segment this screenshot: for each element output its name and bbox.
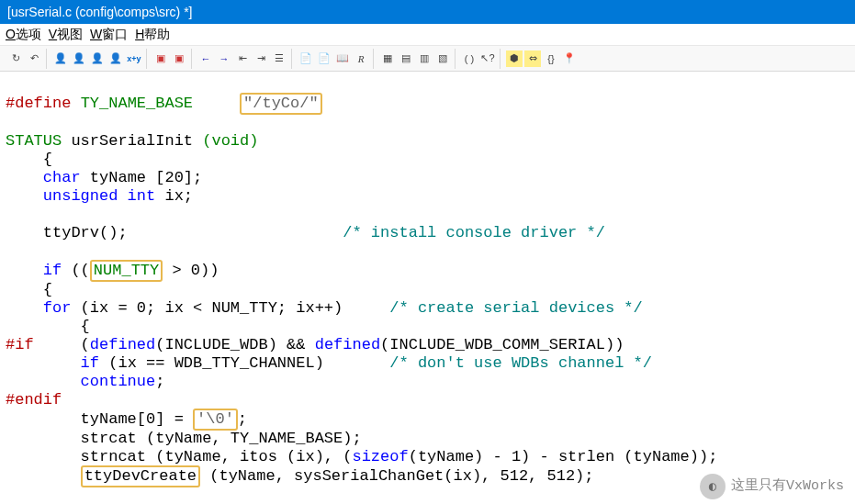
- script-icon[interactable]: R: [353, 50, 369, 67]
- l20-b: (tyName) - 1) - strlen (tyName));: [409, 448, 718, 465]
- l8-call: ttyDrv();: [6, 224, 128, 241]
- l15-cmt: /* don't use WDBs channel */: [389, 354, 652, 372]
- l11: {: [6, 281, 52, 298]
- find-person-icon[interactable]: 👤: [52, 50, 69, 67]
- find-all-icon[interactable]: 👤: [107, 50, 124, 67]
- arrow-right-icon[interactable]: →: [216, 50, 232, 67]
- l1-name: TY_NAME_BASE: [81, 95, 193, 112]
- l16-cont: continue: [6, 373, 155, 390]
- l4: {: [6, 151, 52, 168]
- menu-view[interactable]: V视图: [49, 27, 83, 43]
- l14-amp: &&: [277, 336, 315, 353]
- tile2-icon[interactable]: ▤: [398, 50, 414, 67]
- l12-body: (ix = 0; ix < NUM_TTY; ix++): [71, 299, 343, 317]
- tile3-icon[interactable]: ▥: [416, 50, 433, 67]
- tb-group-bookmark: ▣ ▣: [149, 49, 192, 69]
- tile4-icon[interactable]: ▧: [434, 50, 451, 67]
- l6-uint: unsigned int: [6, 187, 155, 205]
- doc1-icon[interactable]: 📄: [298, 50, 314, 67]
- doc2-icon[interactable]: 📄: [316, 50, 332, 67]
- toolbar: ↻ ↶ 👤 👤 👤 👤 x+y ▣ ▣ ← → ⇤ ⇥ ☰ 📄 📄 📖 R ▦ …: [0, 46, 855, 72]
- l14-a1: (INCLUDE_WDB): [155, 336, 277, 353]
- l20-a: strncat (tyName, itos (ix), (: [6, 448, 352, 465]
- l14-a2: (INCLUDE_WDB_COMM_SERIAL)): [380, 336, 624, 353]
- bookmark-prev-icon[interactable]: ▣: [152, 50, 169, 67]
- paren-icon[interactable]: ( ): [461, 50, 478, 67]
- location-icon[interactable]: 📍: [561, 50, 578, 67]
- tb-group-history: ↻ ↶: [4, 49, 47, 69]
- tb-group-nav: ← → ⇤ ⇥ ☰: [194, 49, 292, 69]
- menu-help-label: 帮助: [144, 27, 170, 41]
- hex-icon[interactable]: ⬢: [506, 50, 523, 67]
- l12-cmt: /* create serial devices */: [389, 299, 642, 317]
- tb-group-docs: 📄 📄 📖 R: [294, 49, 374, 69]
- watermark: ◐ 这里只有VxWorks: [700, 474, 844, 499]
- regex-icon[interactable]: x+y: [126, 50, 142, 67]
- l8-cmt: /* install console driver */: [343, 224, 605, 241]
- outdent-icon[interactable]: ⇤: [234, 50, 251, 67]
- l18-semi: ;: [238, 410, 247, 428]
- l12-for: for: [6, 299, 71, 317]
- l14-d2: defined: [315, 336, 380, 353]
- l3-type: STATUS: [6, 132, 62, 150]
- l21-call: ttyDevCreate: [84, 467, 197, 485]
- wechat-icon: ◐: [700, 474, 726, 499]
- tb-group-mode: ⬢ ⇔ {} 📍: [502, 49, 581, 69]
- l14-d1: defined: [90, 336, 155, 353]
- tb-group-misc: ( ) ↖?: [457, 49, 501, 69]
- reload-icon[interactable]: ↻: [7, 50, 24, 67]
- l17-pendif: #endif: [6, 391, 62, 409]
- l13: {: [6, 318, 90, 335]
- l3-void: (void): [202, 132, 258, 150]
- menu-view-label: 视图: [57, 27, 83, 41]
- window-title: [usrSerial.c (config\comps\src) *]: [7, 5, 193, 19]
- l5-char: char: [6, 169, 81, 186]
- l15-if: if: [6, 354, 99, 372]
- expand-icon[interactable]: ⇔: [524, 50, 541, 67]
- window-title-bar: [usrSerial.c (config\comps\src) *]: [0, 0, 855, 24]
- l10-open: ((: [62, 262, 90, 279]
- menu-window-label: 窗口: [102, 27, 128, 41]
- bookmark-next-icon[interactable]: ▣: [171, 50, 187, 67]
- menu-bar: O选项 V视图 W窗口 H帮助: [0, 24, 855, 46]
- menu-help[interactable]: H帮助: [135, 27, 170, 43]
- find-prev-icon[interactable]: 👤: [71, 50, 87, 67]
- l10-rest: > 0)): [163, 262, 219, 279]
- find-next-icon[interactable]: 👤: [89, 50, 106, 67]
- tb-group-tile: ▦ ▤ ▥ ▧: [376, 49, 456, 69]
- code-editor[interactable]: #define TY_NAME_BASE "/tyCo/" STATUS usr…: [0, 72, 855, 504]
- list-icon[interactable]: ☰: [271, 50, 287, 67]
- tile1-icon[interactable]: ▦: [379, 50, 396, 67]
- watermark-text: 这里只有VxWorks: [731, 477, 844, 496]
- l5-rest: tyName [20];: [81, 169, 203, 186]
- undo-icon[interactable]: ↶: [26, 50, 42, 67]
- l18-l: tyName[0] =: [6, 410, 193, 428]
- l1-define: #define: [6, 95, 81, 112]
- l16-semi: ;: [155, 373, 164, 390]
- arrow-left-icon[interactable]: ←: [197, 50, 214, 67]
- book-icon[interactable]: 📖: [334, 50, 351, 67]
- l15-rest: (ix == WDB_TTY_CHANNEL): [99, 354, 324, 372]
- menu-options-label: 选项: [16, 27, 41, 41]
- l19: strcat (tyName, TY_NAME_BASE);: [6, 430, 362, 447]
- bracket-icon[interactable]: {}: [543, 50, 559, 67]
- l10-numtty: NUM_TTY: [94, 262, 159, 279]
- l14-pif: #if: [6, 336, 34, 353]
- help-pointer-icon[interactable]: ↖?: [479, 50, 496, 67]
- l6-rest: ix;: [155, 187, 193, 205]
- l10-if: if: [6, 262, 62, 279]
- menu-window[interactable]: W窗口: [90, 27, 128, 43]
- menu-options[interactable]: O选项: [6, 27, 41, 43]
- l3-func: usrSerialInit: [62, 132, 202, 150]
- indent-icon[interactable]: ⇥: [253, 50, 269, 67]
- l20-sizeof: sizeof: [352, 448, 408, 465]
- l21-rest: (tyName, sysSerialChanGet(ix), 512, 512)…: [200, 467, 593, 485]
- l1-string: "/tyCo/": [243, 95, 319, 112]
- l18-char: '\0': [197, 410, 234, 428]
- tb-group-search: 👤 👤 👤 👤 x+y: [49, 49, 147, 69]
